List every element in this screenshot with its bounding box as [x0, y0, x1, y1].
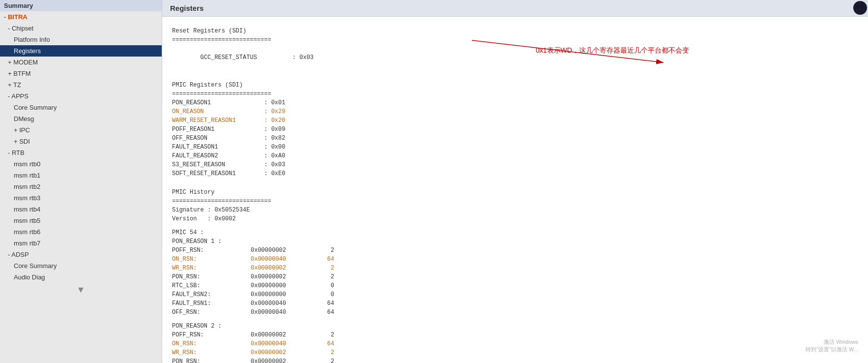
pmic-history-sep: ============================ [172, 197, 858, 206]
sidebar-item-msm-rtb0[interactable]: msm rtb0 [0, 158, 162, 170]
pon2-wr-rsn: WR_RSN:0x000000022 [172, 348, 858, 357]
pmic-s3-reset-reason: S3_RESET_REASON : 0x03 [172, 160, 858, 169]
pon1-fault-rsn1: FAULT_RSN1:0x0000004064 [172, 299, 858, 308]
pmic-fault-reason1: FAULT_REASON1 : 0x00 [172, 143, 858, 151]
pmic-pon-reason1: PON_REASON1 : 0x01 [172, 98, 858, 107]
pon1-on-rsn: ON_RSN:0x0000004064 [172, 255, 858, 264]
pmic-history-title: PMIC History [172, 188, 858, 197]
sidebar-item-btfm[interactable]: + BTFM [0, 68, 162, 79]
pon-reason-2-title: PON_REASON 2 : [172, 322, 858, 331]
pmic-on-reason: ON_REASON : 0x29 [172, 107, 858, 116]
pmic-sep: ============================ [172, 90, 858, 98]
pmic54-title: PMIC 54 : [172, 228, 858, 237]
sidebar-item-core-summary-apps[interactable]: Core Summary [0, 102, 162, 113]
pon1-wr-rsn: WR_RSN:0x000000022 [172, 264, 858, 272]
pmic-title: PMIC Registers (SDI) [172, 81, 858, 90]
reset-sep: ============================ [172, 35, 858, 44]
pmic-fault-reason2: FAULT_REASON2 : 0xA0 [172, 151, 858, 160]
reset-registers-section: Reset Registers (SDI) ==================… [172, 27, 858, 71]
pon1-rtc-lsb: RTC_LSB:0x000000000 [172, 281, 858, 290]
sidebar-item-modem[interactable]: + MODEM [0, 57, 162, 68]
sidebar-item-rtb[interactable]: - RTB [0, 147, 162, 158]
sidebar-item-adsp[interactable]: - ADSP [0, 249, 162, 260]
sidebar-item-registers[interactable]: Registers [0, 45, 162, 57]
sidebar-item-apps[interactable]: - APPS [0, 91, 162, 102]
pon2-on-rsn: ON_RSN:0x0000004064 [172, 339, 858, 348]
sidebar-item-bitra[interactable]: - BITRA [0, 11, 162, 23]
sidebar: Summary - BITRA - Chipset Platform Info … [0, 0, 162, 363]
sidebar-item-msm-rtb5[interactable]: msm rtb5 [0, 215, 162, 226]
main-content: Registers 0x1表示WD，这几个寄存器最近几个平台都不会变 Reset… [162, 0, 868, 363]
sidebar-item-ipc[interactable]: + IPC [0, 124, 162, 136]
pmic-poff-reason1: POFF_REASON1 : 0x09 [172, 125, 858, 134]
gcc-value: : 0x03 [292, 54, 314, 61]
sidebar-item-core-summary-adsp[interactable]: Core Summary [0, 260, 162, 272]
sidebar-item-chipset[interactable]: - Chipset [0, 23, 162, 34]
pon1-fault-rsn2: FAULT_RSN2:0x000000000 [172, 290, 858, 299]
reset-title: Reset Registers (SDI) [172, 27, 858, 35]
sidebar-item-audio-diag[interactable]: Audio Diag [0, 272, 162, 283]
sidebar-item-msm-rtb2[interactable]: msm rtb2 [0, 181, 162, 192]
sidebar-item-msm-rtb3[interactable]: msm rtb3 [0, 192, 162, 204]
sidebar-item-platform-info[interactable]: Platform Info [0, 34, 162, 45]
pmic-warm-reset-reason1: WARM_RESET_REASON1 : 0x20 [172, 116, 858, 125]
pon1-pon-rsn: PON_RSN:0x000000022 [172, 272, 858, 281]
page-header: Registers [162, 0, 868, 17]
sidebar-item-msm-rtb7[interactable]: msm rtb7 [0, 238, 162, 249]
sidebar-item-msm-rtb1[interactable]: msm rtb1 [0, 170, 162, 181]
scroll-down-indicator: ▼ [0, 283, 162, 297]
pmic-registers-section: PMIC Registers (SDI) ===================… [172, 81, 858, 178]
pon1-off-rsn: OFF_RSN:0x0000004064 [172, 308, 858, 317]
top-right-circle-button[interactable] [853, 1, 867, 15]
pmic-version: Version : 0x0002 [172, 214, 858, 223]
sidebar-item-msm-rtb6[interactable]: msm rtb6 [0, 226, 162, 238]
pmic-history-section: PMIC History ===========================… [172, 188, 858, 363]
pmic-soft-reset-reason1: SOFT_RESET_REASON1 : 0xE0 [172, 169, 858, 178]
pon-reason-1-title: PON_REASON 1 : [172, 237, 858, 246]
sidebar-item-sdi[interactable]: + SDI [0, 136, 162, 147]
gcc-reset-status: GCC_RESET_STATUS : 0x03 [172, 44, 858, 71]
pmic-signature: Signature : 0x5052534E [172, 206, 858, 214]
pon2-poff-rsn: POFF_RSN:0x000000022 [172, 331, 858, 339]
pon1-poff-rsn: POFF_RSN:0x000000022 [172, 246, 858, 255]
pon2-pon-rsn: PON_RSN:0x000000022 [172, 357, 858, 363]
gcc-label: GCC_RESET_STATUS [201, 54, 292, 61]
sidebar-item-dmesg[interactable]: DMesg [0, 113, 162, 124]
sidebar-item-tz[interactable]: + TZ [0, 79, 162, 91]
sidebar-item-msm-rtb4[interactable]: msm rtb4 [0, 204, 162, 215]
sidebar-item-summary[interactable]: Summary [0, 0, 162, 11]
pmic-off-reason: OFF_REASON : 0x82 [172, 134, 858, 143]
content-body: 0x1表示WD，这几个寄存器最近几个平台都不会变 Reset Registers… [162, 17, 868, 363]
